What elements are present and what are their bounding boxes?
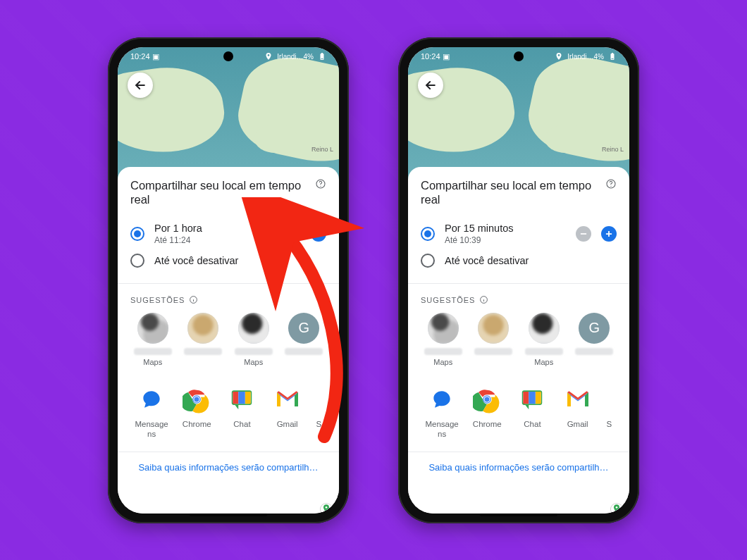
app-mensagens[interactable]: Mensage ns <box>130 385 173 440</box>
avatar <box>187 313 218 344</box>
suggestion-contact[interactable]: Maps <box>521 313 567 366</box>
app-cutoff-icon <box>311 385 326 414</box>
share-sheet: Compartilhar seu local em tempo real Por… <box>408 167 629 514</box>
app-label: Gmail <box>557 420 599 430</box>
divider <box>408 283 629 284</box>
camera-notch <box>223 51 233 61</box>
plus-button[interactable] <box>311 226 326 242</box>
app-chrome[interactable]: Chrome <box>466 385 508 440</box>
until-off-label: Até você desativar <box>154 255 326 266</box>
statusbar-indicator-icon: ▣ <box>152 52 159 61</box>
plus-button[interactable] <box>601 226 617 242</box>
duration-until: Até 10:39 <box>445 235 566 245</box>
footer-learn-more-link[interactable]: Saiba quais informações serão compartilh… <box>408 452 629 484</box>
app-gmail[interactable]: Gmail <box>557 385 599 440</box>
statusbar-time: 10:24 <box>130 52 150 61</box>
map-background[interactable]: Reino L <box>408 47 629 180</box>
avatar <box>529 313 560 344</box>
option-until-off[interactable]: Até você desativar <box>130 249 326 272</box>
statusbar-right-text: Irlandi…4% <box>277 53 314 61</box>
app-label: Mensage ns <box>421 420 463 440</box>
duration-label: Por 15 minutos <box>445 223 566 234</box>
chat-icon <box>517 385 547 414</box>
app-cutoff-icon <box>602 385 616 414</box>
suggestion-contact[interactable]: Maps <box>231 313 276 366</box>
map-label-reino: Reino L <box>311 146 333 153</box>
phone-screen: 10:24 ▣ Irlandi…4% Reino L <box>408 47 629 514</box>
map-background[interactable]: Reino L <box>118 47 339 180</box>
messages-icon <box>137 385 166 414</box>
statusbar-time: 10:24 <box>421 52 440 61</box>
chat-icon <box>227 385 257 414</box>
phone-right: 10:24 ▣ Irlandi…4% Reino L <box>398 37 639 523</box>
chrome-icon <box>472 385 502 414</box>
statusbar-indicator-icon: ▣ <box>443 52 450 61</box>
info-icon[interactable] <box>189 295 198 306</box>
app-gmail[interactable]: Gmail <box>266 385 309 440</box>
app-label: Chrome <box>466 420 508 430</box>
back-button[interactable] <box>128 73 153 98</box>
suggestion-contact[interactable]: Maps <box>130 313 175 366</box>
footer-learn-more-link[interactable]: Saiba quais informações serão compartilh… <box>118 452 339 484</box>
avatar-initial: G <box>288 313 319 344</box>
app-cutoff[interactable]: S <box>311 385 326 440</box>
phone-screen: 10:24 ▣ Irlandi…4% Reino L <box>118 47 339 514</box>
until-off-label: Até você desativar <box>445 255 617 266</box>
avatar <box>428 313 459 344</box>
avatar-initial: G <box>579 313 610 344</box>
sheet-title: Compartilhar seu local em tempo real <box>130 178 309 207</box>
radio-duration[interactable] <box>421 227 435 241</box>
minus-button[interactable] <box>285 226 301 242</box>
share-apps-row: Mensage ns Chrome <box>130 385 326 442</box>
share-sheet: Compartilhar seu local em tempo real Por… <box>118 167 339 514</box>
app-mensagens[interactable]: Mensage ns <box>421 385 463 440</box>
sheet-title: Compartilhar seu local em tempo real <box>421 178 600 207</box>
suggestion-app-label: Maps <box>231 358 276 366</box>
suggestion-contact[interactable] <box>181 313 226 366</box>
option-duration[interactable]: Por 15 minutos Até 10:39 <box>421 218 617 249</box>
location-icon <box>264 52 273 62</box>
info-icon[interactable] <box>479 295 488 306</box>
option-until-off[interactable]: Até você desativar <box>421 249 617 272</box>
radio-until-off[interactable] <box>130 254 144 268</box>
battery-icon <box>318 52 326 62</box>
app-label: Chat <box>221 420 263 430</box>
chrome-icon <box>182 385 211 414</box>
suggestions-heading: SUGESTÕES <box>130 295 326 306</box>
app-chat[interactable]: Chat <box>511 385 553 440</box>
svg-point-1 <box>320 185 321 186</box>
app-label: S <box>602 420 617 430</box>
suggestion-app-label: Maps <box>521 358 567 366</box>
radio-until-off[interactable] <box>421 254 435 268</box>
back-button[interactable] <box>418 73 443 98</box>
app-chrome[interactable]: Chrome <box>175 385 218 440</box>
app-cutoff[interactable]: S <box>602 385 617 440</box>
radio-duration[interactable] <box>130 227 144 241</box>
statusbar-right-text: Irlandi…4% <box>567 53 604 61</box>
app-label: Gmail <box>266 420 309 430</box>
gmail-icon <box>563 385 593 414</box>
suggestion-contact[interactable]: G <box>282 313 327 366</box>
app-chat[interactable]: Chat <box>221 385 263 440</box>
option-duration[interactable]: Por 1 hora Até 11:24 <box>130 218 326 249</box>
suggestion-app-label: Maps <box>421 358 466 366</box>
suggestions-row: Maps Maps <box>130 313 326 366</box>
minus-button-disabled <box>576 226 591 242</box>
suggestion-contact[interactable]: G <box>572 313 617 366</box>
svg-point-21 <box>485 397 490 402</box>
suggestion-contact[interactable] <box>471 313 517 366</box>
messages-icon <box>427 385 457 414</box>
divider <box>118 283 339 284</box>
suggestions-row: Maps Maps <box>421 313 617 366</box>
phone-left: 10:24 ▣ Irlandi…4% Reino L <box>108 37 349 523</box>
suggestion-contact[interactable]: Maps <box>421 313 466 366</box>
help-icon[interactable] <box>605 178 617 189</box>
avatar <box>137 313 168 344</box>
help-icon[interactable] <box>315 178 326 189</box>
svg-point-9 <box>195 397 199 402</box>
location-icon <box>555 52 563 62</box>
gmail-icon <box>273 385 302 414</box>
app-label: S <box>311 420 326 430</box>
share-apps-row: Mensage ns Chrome Chat <box>421 385 617 442</box>
camera-notch <box>514 51 524 61</box>
